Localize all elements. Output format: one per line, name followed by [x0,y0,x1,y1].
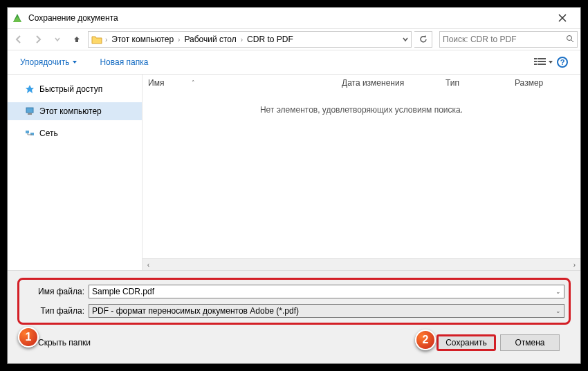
empty-message: Нет элементов, удовлетворяющих условиям … [143,91,580,115]
dialog-footer: Скрыть папки Сохранить Отмена [17,325,571,358]
recent-dropdown[interactable] [49,31,66,48]
svg-rect-8 [28,113,32,115]
sidebar-item-label: Сеть [39,129,58,138]
app-icon [12,12,23,23]
filetype-select[interactable]: PDF - формат переносимых документов Adob… [89,304,564,318]
filetype-label: Тип файла: [24,306,84,316]
close-button[interactable] [549,8,576,28]
sidebar: Быстрый доступ Этот компьютер Сеть [8,75,143,270]
svg-rect-1 [534,58,537,59]
column-type[interactable]: Тип [440,78,509,88]
search-box[interactable] [439,31,578,48]
annotation-marker-2: 2 [415,330,436,350]
sidebar-item-label: Этот компьютер [39,106,102,116]
help-button[interactable]: ? [553,54,572,70]
breadcrumb[interactable]: › Этот компьютер › Рабочий стол › CDR to… [88,31,412,48]
chevron-down-icon: ⌄ [555,307,561,314]
new-folder-button[interactable]: Новая папка [95,55,152,70]
search-icon [566,33,574,46]
filename-label: Имя файла: [24,287,84,296]
network-icon [24,128,35,139]
breadcrumb-dropdown[interactable] [398,36,411,43]
sidebar-item-label: Быстрый доступ [39,84,102,94]
chevron-right-icon: › [176,36,181,44]
scroll-right-icon: › [569,259,580,271]
sidebar-item-quick-access[interactable]: Быстрый доступ [8,80,142,98]
save-dialog: Сохранение документа › Этот компьютер › … [7,7,581,364]
cancel-button[interactable]: Отмена [500,334,560,351]
view-options-button[interactable] [533,54,553,70]
breadcrumb-item[interactable]: Рабочий стол [181,35,239,44]
scroll-left-icon: ‹ [143,259,154,271]
search-input[interactable] [443,35,566,44]
chevron-down-icon: ⌄ [555,288,561,295]
svg-rect-6 [538,64,546,65]
sidebar-item-network[interactable]: Сеть [8,124,142,142]
svg-rect-4 [538,61,546,62]
annotation-marker-1: 1 [18,327,39,348]
chevron-right-icon: › [239,36,244,44]
svg-rect-2 [538,58,546,59]
toolbar: Упорядочить Новая папка ? [8,50,580,74]
refresh-button[interactable] [414,31,432,48]
column-size[interactable]: Размер [509,78,564,88]
svg-point-0 [567,36,572,41]
chevron-right-icon: › [104,36,109,44]
star-icon [24,84,35,95]
organize-button[interactable]: Упорядочить [16,55,82,70]
up-button[interactable] [68,31,85,48]
titlebar: Сохранение документа [8,8,580,28]
svg-rect-3 [534,61,537,62]
breadcrumb-item[interactable]: Этот компьютер [109,35,176,44]
svg-rect-7 [26,108,33,113]
sort-arrow-icon: ˄ [192,79,195,86]
column-name[interactable]: Имя [148,78,164,88]
svg-rect-5 [534,64,537,65]
sidebar-item-this-pc[interactable]: Этот компьютер [8,102,142,120]
computer-icon [24,106,35,117]
filename-input[interactable]: Sample CDR.pdf ⌄ [89,285,564,298]
back-button[interactable] [10,31,27,48]
bottom-panel: Имя файла: Sample CDR.pdf ⌄ Тип файла: P… [8,270,580,363]
window-title: Сохранение документа [28,13,549,23]
column-date[interactable]: Дата изменения [336,78,440,88]
column-headers[interactable]: Имя˄ Дата изменения Тип Размер [143,75,580,91]
svg-rect-9 [26,131,29,133]
navigation-bar: › Этот компьютер › Рабочий стол › CDR to… [8,28,580,50]
horizontal-scrollbar[interactable]: ‹ › [143,258,580,270]
file-list-area: Имя˄ Дата изменения Тип Размер Нет элеме… [143,75,580,270]
forward-button[interactable] [30,31,46,48]
save-button[interactable]: Сохранить [437,334,496,351]
folder-icon [90,32,104,46]
content-area: Быстрый доступ Этот компьютер Сеть Имя˄ … [8,74,580,270]
breadcrumb-item[interactable]: CDR to PDF [244,35,296,44]
annotation-box-1: Имя файла: Sample CDR.pdf ⌄ Тип файла: P… [17,278,571,325]
